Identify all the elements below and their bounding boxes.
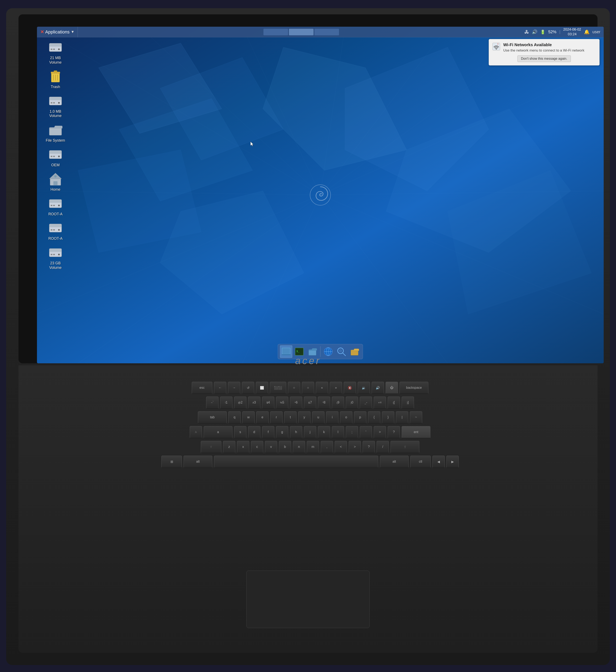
dock-search[interactable] (335, 345, 348, 358)
key-question[interactable]: ? (388, 426, 400, 438)
desktop-icon-home[interactable]: Home (41, 171, 70, 193)
key-x[interactable]: x (237, 441, 249, 453)
key-v[interactable]: v (265, 441, 277, 453)
key-7[interactable]: &7 (304, 397, 316, 409)
key-f[interactable]: f (262, 426, 274, 438)
key-pipe[interactable]: | (396, 411, 408, 424)
key-brace-open[interactable]: { (368, 411, 380, 424)
dock-browser[interactable] (322, 345, 335, 358)
key-f11[interactable]: 🔉 (358, 382, 370, 394)
key-arrow-left[interactable]: ◀ (433, 456, 445, 468)
key-t[interactable]: t (284, 411, 296, 424)
key-q[interactable]: q (228, 411, 241, 424)
key-f3[interactable]: ↺ (242, 382, 254, 394)
key-alt-left[interactable]: alt (183, 456, 212, 468)
key-slash-2[interactable]: / (377, 441, 389, 453)
key-super[interactable]: ⊞ (161, 456, 182, 468)
key-f12[interactable]: 🔊 (372, 382, 384, 394)
key-f4[interactable]: ⬜ (256, 382, 268, 394)
key-power[interactable]: ⏻ (386, 382, 398, 394)
key-backslash[interactable]: ? (363, 441, 375, 453)
desktop-icon-filesystem[interactable]: File System (41, 122, 70, 144)
key-d[interactable]: d (248, 426, 260, 438)
key-9[interactable]: (9 (332, 397, 344, 409)
key-4[interactable]: $4 (262, 397, 274, 409)
key-comma[interactable]: , (321, 441, 333, 453)
key-backspace[interactable]: backspace (400, 382, 428, 394)
key-f9[interactable]: » (330, 382, 342, 394)
key-bracket-close[interactable]: }] (402, 397, 414, 409)
key-s[interactable]: s (234, 426, 246, 438)
key-e[interactable]: e (256, 411, 268, 424)
key-shift-right[interactable]: ⇧ (391, 441, 419, 453)
key-f6[interactable]: ○ (288, 382, 300, 394)
applications-menu-button[interactable]: ✕ Applications ▼ (37, 27, 78, 37)
key-u[interactable]: u (312, 411, 325, 424)
key-3[interactable]: #3 (248, 397, 260, 409)
key-8[interactable]: *8 (318, 397, 330, 409)
desktop-icon-oem[interactable]: OEM (41, 146, 70, 169)
dock-folder[interactable] (349, 345, 361, 358)
key-l[interactable]: l (332, 426, 344, 438)
key-b[interactable]: b (279, 441, 291, 453)
key-tab[interactable]: tab (198, 411, 227, 424)
key-w[interactable]: w (242, 411, 254, 424)
key-g[interactable]: g (276, 426, 288, 438)
key-f10[interactable]: 🔇 (344, 382, 356, 394)
key-ctrl-right[interactable]: ctl (410, 456, 431, 468)
key-2[interactable]: @2 (234, 397, 246, 409)
desktop-icon-10mb-volume[interactable]: 1.0 MBVolume (41, 93, 70, 119)
key-minus[interactable]: _- (360, 397, 372, 409)
key-n[interactable]: n (293, 441, 305, 453)
key-bracket-open[interactable]: {[ (388, 397, 400, 409)
key-slash[interactable]: > (349, 441, 361, 453)
key-m[interactable]: m (307, 441, 319, 453)
key-backtick[interactable]: ~` (206, 397, 218, 409)
key-quote[interactable]: ' (360, 426, 372, 438)
desktop-icon-21mb-volume[interactable]: 21 MBVolume (41, 39, 70, 66)
key-y[interactable]: y (298, 411, 311, 424)
key-f8[interactable]: « (316, 382, 328, 394)
key-space[interactable] (214, 456, 378, 468)
key-brace-close[interactable]: } (382, 411, 394, 424)
key-enter[interactable]: ent (402, 426, 430, 438)
key-1[interactable]: !1 (220, 397, 232, 409)
key-f2[interactable]: → (228, 382, 240, 394)
key-c[interactable]: c (251, 441, 263, 453)
key-gt[interactable]: > (374, 426, 386, 438)
taskbar-window-1[interactable] (263, 29, 288, 35)
key-p[interactable]: p (354, 411, 366, 424)
key-equals[interactable]: += (374, 397, 386, 409)
key-0[interactable]: )0 (346, 397, 358, 409)
volume-icon[interactable]: 🔊 (532, 29, 537, 35)
network-icon[interactable]: 🖧 (524, 29, 529, 35)
key-f5[interactable]: ⬛⬛ (270, 382, 286, 394)
key-f7[interactable]: ○ (302, 382, 314, 394)
key-semicolon[interactable]: ; (346, 426, 358, 438)
key-period[interactable]: < (335, 441, 347, 453)
key-i[interactable]: i (326, 411, 339, 424)
key-a[interactable]: a (204, 426, 232, 438)
key-tilde[interactable]: ~ (410, 411, 422, 424)
key-5[interactable]: %5 (276, 397, 288, 409)
desktop-icon-trash[interactable]: Trash (41, 68, 70, 91)
key-r[interactable]: r (270, 411, 282, 424)
key-f1[interactable]: ← (214, 382, 226, 394)
desktop-icon-root-a-2[interactable]: ROOT-A (41, 220, 70, 242)
key-h[interactable]: h (290, 426, 302, 438)
user-label[interactable]: user (592, 30, 600, 34)
notification-icon[interactable]: 🔔 (584, 29, 590, 35)
key-esc[interactable]: esc (192, 382, 212, 394)
key-shift-left[interactable]: ⇧ (201, 441, 221, 453)
key-k[interactable]: k (318, 426, 330, 438)
wifi-notif-dismiss-button[interactable]: Don't show this message again. (517, 55, 571, 62)
key-alt-right[interactable]: alt (380, 456, 409, 468)
desktop-icon-23gb-volume[interactable]: 23 GBVolume (41, 244, 70, 271)
dock-show-desktop[interactable] (280, 345, 292, 358)
key-z[interactable]: z (223, 441, 235, 453)
touchpad[interactable] (246, 571, 370, 628)
taskbar-window-2[interactable] (289, 29, 314, 35)
datetime-display[interactable]: 2024-06-02 03:24 (563, 27, 581, 36)
key-j[interactable]: j (304, 426, 316, 438)
desktop-icon-root-a-1[interactable]: ROOT-A (41, 195, 70, 218)
